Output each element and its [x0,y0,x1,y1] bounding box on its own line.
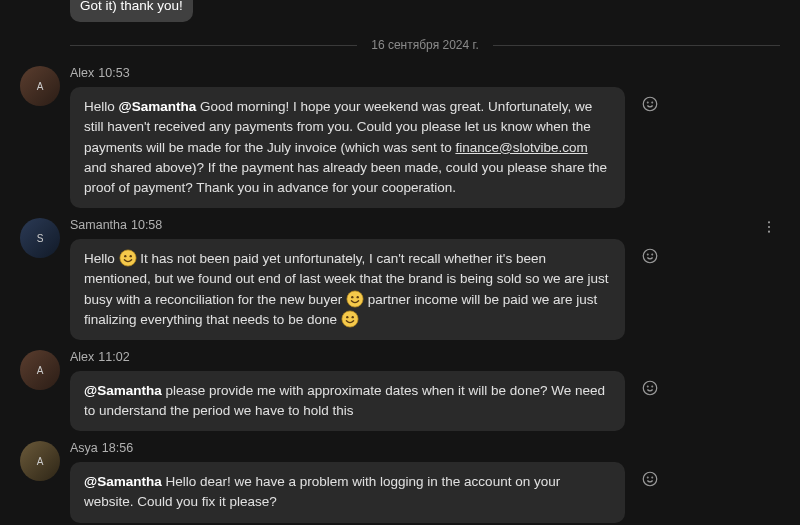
more-options-button[interactable] [758,216,780,238]
svg-point-2 [652,102,653,103]
svg-point-16 [768,226,770,228]
date-separator: 16 сентября 2024 г. [70,36,780,54]
avatar[interactable]: A [20,66,60,106]
separator-line [70,45,357,46]
add-reaction-button[interactable] [637,375,663,401]
message-column: Alex10:53Hello @Samantha Good morning! I… [70,64,780,208]
message-time: 18:56 [102,441,133,455]
sender-name[interactable]: Samantha [70,218,127,232]
svg-point-5 [129,255,131,257]
svg-point-9 [342,311,358,327]
message-row: AAlex11:02@Samantha please provide me wi… [20,348,780,431]
svg-point-4 [124,255,126,257]
smile-emoji-icon [346,290,364,308]
separator-line [493,45,780,46]
svg-point-21 [643,472,657,486]
svg-point-12 [643,249,657,263]
email-link[interactable]: finance@slotvibe.com [455,140,587,155]
message-meta: Asya18:56 [70,439,780,458]
mention[interactable]: @Samantha [84,474,162,489]
bubble-wrap: @Samantha please provide me with approxi… [70,371,780,432]
svg-point-19 [647,386,648,387]
message-time: 11:02 [98,350,129,364]
svg-point-20 [652,386,653,387]
message-list: AAlex10:53Hello @Samantha Good morning! … [20,64,780,522]
partial-previous-message: Got it) thank you! [70,0,780,22]
svg-point-6 [347,290,363,306]
sender-name[interactable]: Alex [70,350,94,364]
svg-point-11 [351,316,353,318]
message-row: AAlex10:53Hello @Samantha Good morning! … [20,64,780,208]
svg-point-13 [647,254,648,255]
bubble-wrap: Hello @Samantha Good morning! I hope you… [70,87,780,208]
add-reaction-button[interactable] [637,466,663,492]
avatar[interactable]: A [20,350,60,390]
svg-point-8 [356,296,358,298]
message-bubble: Hello @Samantha Good morning! I hope you… [70,87,625,208]
svg-point-15 [768,222,770,224]
mention[interactable]: @Samantha [119,99,197,114]
message-row: SSamantha10:58Hello It has not been paid… [20,216,780,340]
smile-emoji-icon [341,310,359,328]
avatar[interactable]: S [20,218,60,258]
svg-point-17 [768,231,770,233]
avatar[interactable]: A [20,441,60,481]
message-bubble: Got it) thank you! [70,0,193,22]
message-meta: Alex11:02 [70,348,780,367]
add-reaction-button[interactable] [637,243,663,269]
message-bubble: Hello It has not been paid yet unfortuna… [70,239,625,340]
bubble-wrap: Hello It has not been paid yet unfortuna… [70,239,780,340]
chat-container: Got it) thank you! 16 сентября 2024 г. A… [0,0,800,525]
message-row: AAsya18:56@Samantha Hello dear! we have … [20,439,780,522]
svg-point-22 [647,477,648,478]
message-column: Asya18:56@Samantha Hello dear! we have a… [70,439,780,522]
svg-point-7 [351,296,353,298]
bubble-wrap: @Samantha Hello dear! we have a problem … [70,462,780,523]
add-reaction-button[interactable] [637,91,663,117]
svg-point-10 [346,316,348,318]
sender-name[interactable]: Asya [70,441,98,455]
mention[interactable]: @Samantha [84,383,162,398]
smile-emoji-icon [119,249,137,267]
svg-point-14 [652,254,653,255]
message-time: 10:53 [98,66,129,80]
message-column: Alex11:02@Samantha please provide me wit… [70,348,780,431]
message-column: Samantha10:58Hello It has not been paid … [70,216,780,340]
message-bubble: @Samantha Hello dear! we have a problem … [70,462,625,523]
date-label: 16 сентября 2024 г. [357,36,493,54]
svg-point-3 [119,250,135,266]
svg-point-0 [643,97,657,111]
sender-name[interactable]: Alex [70,66,94,80]
message-bubble: @Samantha please provide me with approxi… [70,371,625,432]
svg-point-23 [652,477,653,478]
svg-point-18 [643,381,657,395]
message-meta: Samantha10:58 [70,216,780,235]
message-meta: Alex10:53 [70,64,780,83]
svg-point-1 [647,102,648,103]
message-time: 10:58 [131,218,162,232]
